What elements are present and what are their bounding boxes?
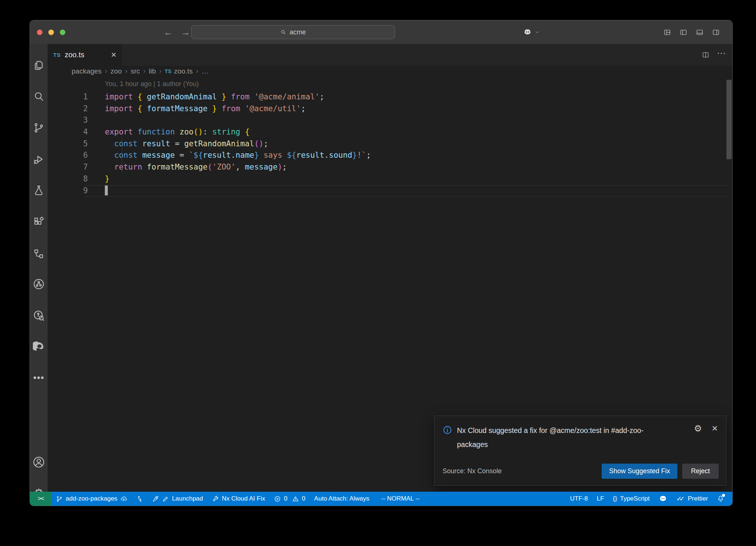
error-circle-icon: [274, 495, 281, 502]
notification-close-icon[interactable]: ✕: [711, 424, 718, 433]
line-number: 1: [48, 91, 88, 103]
formatter-status[interactable]: ✓✓ Prettier: [672, 492, 712, 506]
reject-button[interactable]: Reject: [682, 464, 719, 479]
line-number: 7: [48, 161, 88, 173]
toggle-panel-icon[interactable]: [696, 28, 704, 36]
show-suggested-fix-button[interactable]: Show Suggested Fix: [602, 464, 677, 479]
breadcrumb-item[interactable]: TSzoo.ts: [165, 67, 193, 75]
nx-target-status[interactable]: [132, 492, 148, 506]
line-number: 9: [48, 185, 88, 197]
info-icon: [443, 425, 452, 435]
notification-source: Source: Nx Console: [443, 467, 502, 475]
auto-attach-status[interactable]: Auto Attach: Always: [310, 492, 374, 506]
vim-mode-status[interactable]: -- NORMAL --: [377, 492, 424, 506]
code-line-7[interactable]: 7 return formatMessage('ZOO', message);: [48, 161, 732, 173]
copilot-status[interactable]: [654, 492, 672, 506]
copilot-icon[interactable]: [523, 28, 532, 37]
toggle-secondary-sidebar-icon[interactable]: [712, 28, 720, 36]
run-debug-icon[interactable]: [32, 153, 45, 165]
nx-cloud-fix-status[interactable]: Nx Cloud AI Fix: [207, 492, 269, 506]
go-back-icon[interactable]: ←: [164, 27, 173, 38]
breadcrumb-separator: ›: [143, 67, 145, 75]
editor-area: TS zoo.ts ✕ ⋯ packages›zoo›src›lib›TSzoo…: [48, 44, 732, 492]
nx-target-icon: [136, 495, 143, 502]
breadcrumb-separator: ›: [105, 67, 107, 75]
code-lines: 1import { getRandomAnimal } from '@acme/…: [48, 91, 732, 197]
close-tab-icon[interactable]: ✕: [111, 51, 117, 59]
code-line-8[interactable]: 8}: [48, 173, 732, 185]
command-center-search[interactable]: acme: [191, 25, 395, 39]
copilot-icon: [659, 494, 667, 503]
breadcrumb-separator: ›: [196, 67, 198, 75]
indent-guide: [122, 138, 122, 173]
cloud-upload-icon: [120, 495, 127, 502]
notification-message: Nx Cloud suggested a fix for @acme/zoo:t…: [457, 423, 673, 451]
remote-indicator[interactable]: ><: [30, 492, 51, 506]
breadcrumb: packages›zoo›src›lib›TSzoo.ts›…: [48, 66, 732, 76]
line-number: 6: [48, 150, 88, 161]
window-controls: [37, 30, 65, 35]
line-number: 5: [48, 138, 88, 150]
code-editor[interactable]: You, 1 hour ago | 1 author (You) 1import…: [48, 76, 732, 197]
code-line-5[interactable]: 5 const result = getRandomAnimal();: [48, 138, 732, 150]
problems-status[interactable]: 0 0: [269, 492, 310, 506]
status-bar: >< add-zoo-packages Launchpad Nx Cloud A…: [30, 492, 732, 506]
tab-zoo-ts[interactable]: TS zoo.ts ✕: [48, 44, 122, 66]
line-number: 8: [48, 173, 88, 185]
minimize-window-button[interactable]: [48, 30, 54, 35]
encoding-status[interactable]: UTF-8: [566, 492, 592, 506]
close-window-button[interactable]: [37, 30, 42, 35]
code-line-9[interactable]: 9: [48, 185, 732, 197]
zoom-window-button[interactable]: [60, 30, 65, 35]
code-line-2[interactable]: 2import { formatMessage } from '@acme/ut…: [48, 103, 732, 115]
tab-label: zoo.ts: [65, 51, 84, 59]
breadcrumb-item[interactable]: packages: [72, 67, 102, 75]
search-icon: [280, 29, 286, 35]
account-icon[interactable]: [32, 456, 45, 468]
activity-bar: •••⚙: [30, 44, 48, 492]
split-editor-icon[interactable]: [702, 51, 709, 59]
source-control-icon[interactable]: [32, 122, 45, 134]
git-branch-status[interactable]: add-zoo-packages: [51, 492, 132, 506]
code-line-3[interactable]: 3: [48, 115, 732, 126]
more-actions-icon[interactable]: ⋯: [717, 51, 726, 59]
notifications-status[interactable]: [712, 492, 729, 506]
titlebar: ← → acme: [30, 20, 732, 44]
toggle-primary-sidebar-icon[interactable]: [680, 28, 687, 36]
search-value: acme: [289, 28, 306, 36]
git-blame-annotation: You, 1 hour ago | 1 author (You): [48, 76, 732, 91]
extensions-icon[interactable]: [32, 216, 45, 228]
more-icon[interactable]: •••: [32, 371, 45, 384]
go-forward-icon[interactable]: →: [181, 27, 190, 38]
wrench-icon: [212, 495, 219, 502]
testing-icon[interactable]: [32, 184, 45, 197]
chevron-down-icon[interactable]: [535, 30, 540, 35]
code-line-6[interactable]: 6 const message = `${result.name} says $…: [48, 150, 732, 161]
language-status[interactable]: {} TypeScript: [608, 492, 654, 506]
code-line-4[interactable]: 4export function zoo(): string {: [48, 126, 732, 138]
eol-status[interactable]: LF: [592, 492, 609, 506]
breadcrumb-item[interactable]: lib: [149, 67, 156, 75]
breadcrumb-separator: ›: [159, 67, 161, 75]
nx-project-details-icon[interactable]: [32, 309, 45, 322]
rocket-icon: [152, 495, 159, 502]
notification-settings-gear-icon[interactable]: ⚙: [694, 423, 702, 434]
files-icon[interactable]: [32, 59, 45, 72]
typescript-file-icon: TS: [53, 52, 61, 58]
customize-layout-icon[interactable]: [663, 28, 671, 36]
breadcrumb-item[interactable]: zoo: [110, 67, 122, 75]
edge-browser-icon[interactable]: [32, 341, 45, 353]
typescript-file-icon: TS: [165, 68, 171, 74]
launchpad-status[interactable]: Launchpad: [148, 492, 207, 506]
breadcrumb-separator: ›: [125, 67, 127, 75]
code-line-1[interactable]: 1import { getRandomAnimal } from '@acme/…: [48, 91, 732, 103]
nx-project-graph-icon[interactable]: [32, 278, 45, 290]
git-branch-icon: [56, 495, 63, 502]
editor-scrollbar[interactable]: [726, 80, 732, 159]
vim-block-cursor: [105, 185, 108, 195]
breadcrumb-item[interactable]: …: [202, 67, 209, 75]
search-icon[interactable]: [32, 90, 45, 103]
line-number: 4: [48, 126, 88, 138]
breadcrumb-item[interactable]: src: [131, 67, 140, 75]
nx-console-icon[interactable]: [32, 248, 45, 260]
